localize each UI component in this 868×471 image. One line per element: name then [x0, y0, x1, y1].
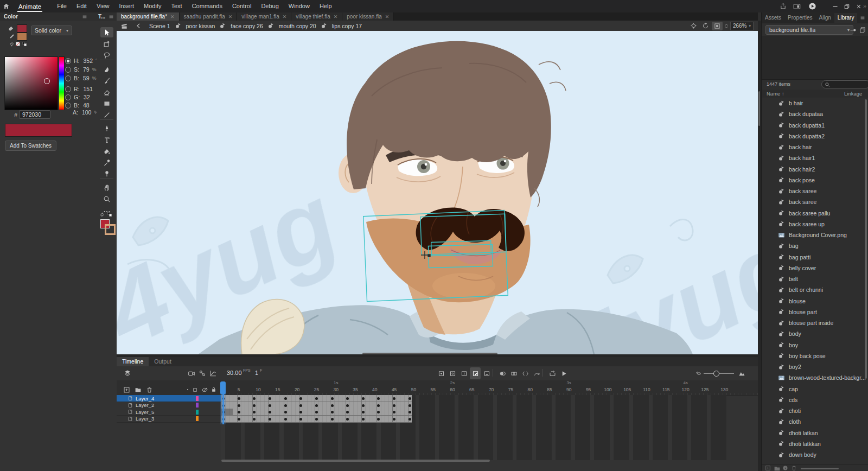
timeline-tab-timeline[interactable]: Timeline: [117, 357, 149, 366]
keyframe-dot[interactable]: [346, 418, 349, 421]
eyedropper-tool[interactable]: [100, 157, 113, 168]
panel-tab-properties[interactable]: Properties: [784, 13, 816, 23]
timeline-zoom-slider[interactable]: [704, 373, 734, 374]
auto-keyframe-icon[interactable]: [470, 367, 481, 379]
keyframe-dot[interactable]: [331, 397, 334, 400]
new-layer-icon[interactable]: [121, 384, 132, 396]
timeline-tab-output[interactable]: Output: [149, 357, 177, 366]
library-item[interactable]: dhoti latkan: [762, 428, 864, 438]
tools-swap-icon[interactable]: [99, 212, 105, 218]
layer-row[interactable]: Layer_5: [117, 409, 221, 416]
keyframe-dot[interactable]: [315, 397, 318, 400]
keyframe-dot[interactable]: [393, 418, 395, 421]
lasso-tool[interactable]: [100, 50, 113, 60]
library-item[interactable]: belt: [762, 273, 864, 284]
close-tab-icon[interactable]: ✕: [283, 14, 287, 20]
rectangle-tool[interactable]: [100, 98, 113, 109]
document-tab[interactable]: poor kissan.fla✕: [342, 12, 394, 21]
delete-item-icon[interactable]: [791, 465, 797, 471]
new-symbol-icon[interactable]: [765, 465, 771, 471]
keyframe-dot[interactable]: [362, 418, 365, 421]
onion-skin-icon[interactable]: [497, 367, 508, 379]
delete-frame-icon[interactable]: [481, 367, 492, 379]
layer-frames-strip[interactable]: [221, 402, 412, 409]
layers-icon[interactable]: [122, 367, 133, 379]
keyframe-dot[interactable]: [315, 411, 318, 413]
layer-name[interactable]: Layer_4: [136, 396, 154, 402]
library-item[interactable]: belt or chunni: [762, 284, 864, 295]
rotation-icon[interactable]: [700, 22, 712, 29]
menu-debug[interactable]: Debug: [256, 0, 283, 12]
keyframe-dot[interactable]: [362, 397, 365, 400]
classic-tween-icon[interactable]: [531, 367, 542, 379]
keyframe-dot[interactable]: [346, 411, 349, 413]
keyframe-dot[interactable]: [362, 411, 365, 413]
keyframe-dot[interactable]: [238, 418, 240, 421]
document-tab[interactable]: village man1.fla✕: [237, 12, 291, 21]
pin-library-icon[interactable]: [850, 27, 857, 34]
keyframe-dot[interactable]: [269, 397, 271, 400]
stroke-color-chip[interactable]: [17, 33, 27, 41]
keyframe-dot[interactable]: [299, 418, 302, 421]
layer-name[interactable]: Layer_2: [136, 402, 154, 408]
zoom-tool[interactable]: [100, 194, 113, 204]
paint-bucket-tool[interactable]: [100, 146, 113, 156]
library-item[interactable]: back saree: [762, 186, 864, 196]
minimize-button[interactable]: [829, 2, 841, 11]
keyframe-dot[interactable]: [377, 404, 380, 407]
center-frame-icon[interactable]: [688, 22, 700, 29]
edit-scene-icon[interactable]: [117, 22, 132, 30]
keyframe-dot[interactable]: [393, 397, 395, 400]
keyframe-dot[interactable]: [331, 411, 334, 413]
tool-stroke-swatch[interactable]: [105, 224, 116, 235]
close-tab-icon[interactable]: ✕: [170, 14, 175, 20]
layer-row[interactable]: Layer_3: [117, 416, 221, 423]
close-tab-icon[interactable]: ✕: [385, 14, 390, 20]
layer-frames-strip[interactable]: [221, 416, 412, 423]
keyframe-dot[interactable]: [346, 404, 349, 407]
layer-frames-strip[interactable]: [221, 395, 412, 402]
menu-control[interactable]: Control: [227, 0, 256, 12]
keyframe-dot[interactable]: [409, 404, 411, 407]
library-item[interactable]: bag patti: [762, 252, 864, 263]
keyframe-dot[interactable]: [284, 397, 287, 400]
library-vscrollbar[interactable]: [865, 99, 867, 379]
zoom-level-select[interactable]: 266% ▾: [730, 22, 754, 30]
layer-name[interactable]: Layer_5: [136, 409, 154, 415]
keyframe-dot[interactable]: [253, 418, 256, 421]
lock-column-icon[interactable]: [210, 384, 218, 396]
classic-brush-tool[interactable]: [100, 75, 113, 86]
menu-text[interactable]: Text: [166, 0, 187, 12]
library-item[interactable]: cap: [762, 384, 864, 394]
keyframe-dot[interactable]: [409, 397, 411, 400]
keyframe-dot[interactable]: [409, 411, 411, 413]
breadcrumb-item[interactable]: face copy 26: [231, 23, 263, 29]
fps-value[interactable]: 30.00: [227, 370, 242, 376]
timeline-zoom-knob[interactable]: [713, 371, 719, 377]
no-color-icon[interactable]: [15, 41, 21, 47]
keyframe-dot[interactable]: [409, 418, 411, 421]
color-panel-menu-icon[interactable]: [81, 14, 88, 20]
line-tool[interactable]: [100, 110, 113, 120]
fluid-brush-tool[interactable]: [100, 64, 113, 74]
keyframe-dot[interactable]: [238, 397, 240, 400]
canvas-hscrollbar[interactable]: [362, 353, 497, 354]
play-icon[interactable]: [558, 367, 569, 379]
layer-color-chip[interactable]: [196, 403, 199, 408]
hide-column-icon[interactable]: [200, 384, 209, 396]
swap-colors-icon[interactable]: [9, 41, 15, 47]
camera-icon[interactable]: [186, 367, 197, 379]
library-item[interactable]: boy: [762, 340, 864, 351]
highlight-column-icon[interactable]: [185, 384, 190, 396]
home-icon[interactable]: [0, 3, 12, 10]
keyframe-dot[interactable]: [269, 411, 271, 413]
share-icon[interactable]: [776, 3, 790, 10]
parenting-icon[interactable]: [197, 367, 208, 379]
keyframe-dot[interactable]: [346, 397, 349, 400]
panel-collapse-icon[interactable]: »: [863, 3, 866, 9]
hue-slider[interactable]: [59, 56, 65, 110]
black-white-icon[interactable]: [22, 41, 27, 47]
keyframe-dot[interactable]: [377, 418, 380, 421]
document-tab[interactable]: saadhu pandit.fla✕: [180, 12, 238, 21]
library-item[interactable]: boy2: [762, 361, 864, 372]
